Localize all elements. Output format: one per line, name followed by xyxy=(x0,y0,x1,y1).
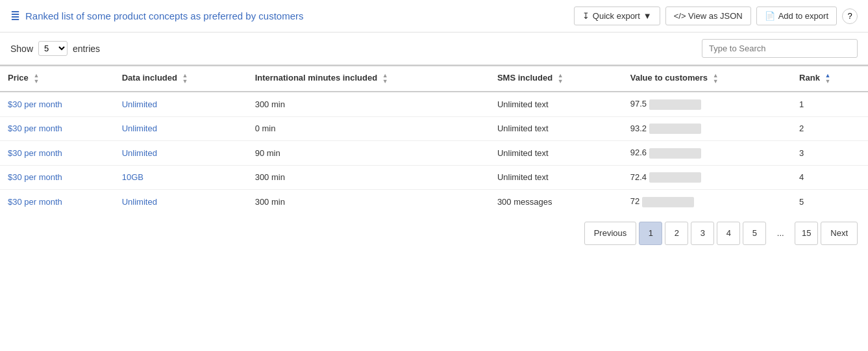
entries-select[interactable]: 5 10 25 xyxy=(38,41,68,56)
help-button[interactable]: ? xyxy=(842,8,858,24)
price-cell: $30 per month xyxy=(0,141,114,166)
rank-cell: 5 xyxy=(791,190,868,214)
previous-button[interactable]: Previous xyxy=(584,222,637,245)
title-text: Ranked list of some product concepts as … xyxy=(25,10,304,21)
value-cell: 93.2 xyxy=(623,116,791,141)
sort-rank[interactable]: ▲ ▼ xyxy=(825,73,831,84)
view-json-button[interactable]: </> View as JSON xyxy=(665,6,751,25)
page-5-button[interactable]: 5 xyxy=(743,222,766,245)
sort-value[interactable]: ▲ ▼ xyxy=(713,73,719,84)
value-bar xyxy=(649,124,701,134)
sort-price[interactable]: ▲ ▼ xyxy=(33,73,39,84)
rank-cell: 4 xyxy=(791,165,868,190)
value-cell: 72.4 xyxy=(623,165,791,190)
table-row: $30 per month Unlimited 300 min Unlimite… xyxy=(0,92,868,116)
sms-cell: Unlimited text xyxy=(490,141,623,166)
data-cell: Unlimited xyxy=(114,92,247,116)
value-bar xyxy=(649,99,701,110)
sms-cell: Unlimited text xyxy=(490,92,623,116)
col-rank: Rank ▲ ▼ xyxy=(791,66,868,92)
rank-cell: 1 xyxy=(791,92,868,116)
add-export-icon: 📄 xyxy=(765,11,775,21)
value-bar xyxy=(642,197,694,207)
sms-cell: Unlimited text xyxy=(490,165,623,190)
value-cell: 72 xyxy=(623,190,791,214)
rank-cell: 2 xyxy=(791,116,868,141)
intl-cell: 0 min xyxy=(247,116,490,141)
table-row: $30 per month Unlimited 0 min Unlimited … xyxy=(0,116,868,141)
pagination: Previous 1 2 3 4 5 ... 15 Next xyxy=(0,214,868,253)
export-icon: ↧ xyxy=(582,11,589,21)
data-cell: Unlimited xyxy=(114,141,247,166)
value-bar xyxy=(649,172,701,183)
sort-intl[interactable]: ▲ ▼ xyxy=(382,73,388,84)
col-value: Value to customers ▲ ▼ xyxy=(623,66,791,92)
price-cell: $30 per month xyxy=(0,165,114,190)
intl-cell: 300 min xyxy=(247,190,490,214)
col-price: Price ▲ ▼ xyxy=(0,66,114,92)
sms-cell: 300 messages xyxy=(490,190,623,214)
show-entries: Show 5 10 25 entries xyxy=(10,41,100,56)
table-row: $30 per month 10GB 300 min Unlimited tex… xyxy=(0,165,868,190)
list-icon: ≣ xyxy=(10,9,20,23)
col-sms: SMS included ▲ ▼ xyxy=(490,66,623,92)
intl-cell: 300 min xyxy=(247,92,490,116)
show-label: Show xyxy=(10,44,33,54)
table-row: $30 per month Unlimited 90 min Unlimited… xyxy=(0,141,868,166)
page-3-button[interactable]: 3 xyxy=(691,222,714,245)
price-cell: $30 per month xyxy=(0,190,114,214)
page-15-button[interactable]: 15 xyxy=(795,222,818,245)
page-2-button[interactable]: 2 xyxy=(665,222,688,245)
intl-cell: 300 min xyxy=(247,165,490,190)
value-cell: 92.6 xyxy=(623,141,791,166)
page-1-button[interactable]: 1 xyxy=(639,222,662,245)
page-ellipsis: ... xyxy=(769,222,792,245)
value-bar xyxy=(649,148,701,159)
top-bar-actions: ↧ Quick export ▼ </> View as JSON 📄 Add … xyxy=(574,6,858,25)
next-button[interactable]: Next xyxy=(821,222,858,245)
entries-label: entries xyxy=(73,44,100,54)
col-intl: International minutes included ▲ ▼ xyxy=(247,66,490,92)
quick-export-button[interactable]: ↧ Quick export ▼ xyxy=(574,6,660,25)
sms-cell: Unlimited text xyxy=(490,116,623,141)
value-cell: 97.5 xyxy=(623,92,791,116)
page-4-button[interactable]: 4 xyxy=(717,222,740,245)
table-row: $30 per month Unlimited 300 min 300 mess… xyxy=(0,190,868,214)
help-icon: ? xyxy=(847,11,852,21)
search-input[interactable] xyxy=(702,39,858,58)
data-cell: Unlimited xyxy=(114,116,247,141)
price-cell: $30 per month xyxy=(0,116,114,141)
price-cell: $30 per month xyxy=(0,92,114,116)
data-cell: 10GB xyxy=(114,165,247,190)
rank-cell: 3 xyxy=(791,141,868,166)
table-header-row: Price ▲ ▼ Data included ▲ ▼ Internationa… xyxy=(0,66,868,92)
sort-data[interactable]: ▲ ▼ xyxy=(182,73,188,84)
controls-bar: Show 5 10 25 entries xyxy=(0,32,868,65)
intl-cell: 90 min xyxy=(247,141,490,166)
col-data: Data included ▲ ▼ xyxy=(114,66,247,92)
sort-sms[interactable]: ▲ ▼ xyxy=(558,73,564,84)
data-cell: Unlimited xyxy=(114,190,247,214)
dropdown-arrow-icon: ▼ xyxy=(643,11,652,21)
data-table: Price ▲ ▼ Data included ▲ ▼ Internationa… xyxy=(0,65,868,214)
top-bar: ≣ Ranked list of some product concepts a… xyxy=(0,0,868,32)
add-to-export-button[interactable]: 📄 Add to export xyxy=(756,6,837,25)
page-title: ≣ Ranked list of some product concepts a… xyxy=(10,9,304,23)
